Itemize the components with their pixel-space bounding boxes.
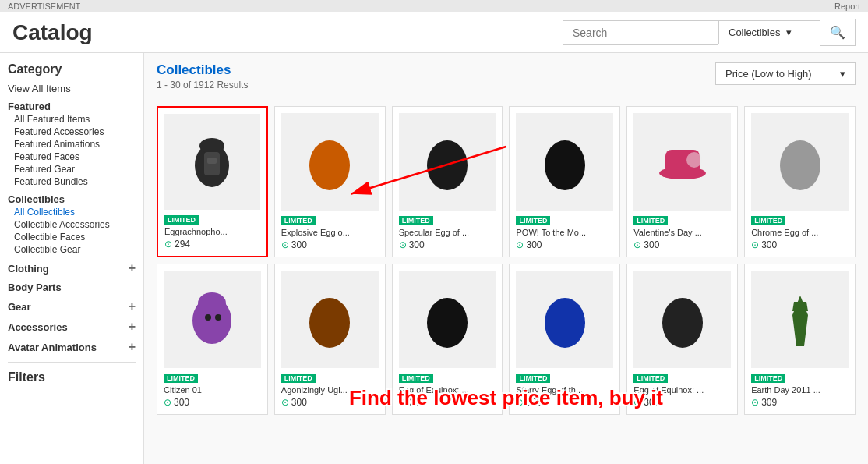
accessories-label: Accessories: [8, 321, 68, 333]
item-card[interactable]: LIMITED Eggrachnopho... ⊙ 294: [157, 106, 268, 257]
item-name: Agonizingly Ugl...: [281, 385, 379, 395]
body-parts-toggle[interactable]: Body Parts: [8, 282, 136, 293]
advertisement-label: ADVERTISEMENT: [8, 2, 80, 11]
collectibles-section-title: Collectibles: [8, 193, 136, 205]
robux-icon: ⊙: [399, 239, 407, 250]
price-value: 300: [409, 239, 425, 250]
item-card[interactable]: LIMITED POW! To the Mo... ⊙ 300: [509, 106, 620, 257]
item-card[interactable]: LIMITED Earth Day 2011 ... ⊙ 309: [744, 264, 856, 415]
robux-icon: ⊙: [164, 239, 172, 250]
svg-point-14: [198, 292, 226, 314]
sort-dropdown[interactable]: Price (Low to High) ▾: [715, 62, 856, 85]
sidebar: Category View All Items Featured All Fea…: [0, 53, 144, 464]
item-name: Valentine's Day ...: [633, 228, 731, 237]
item-image: [281, 113, 379, 211]
limited-badge: LIMITED: [751, 216, 785, 225]
body-parts-label: Body Parts: [8, 282, 62, 293]
svg-marker-22: [792, 302, 808, 311]
svg-rect-5: [207, 158, 217, 164]
price-value: 300: [174, 397, 189, 408]
limited-badge: LIMITED: [399, 216, 433, 225]
header: Catalog Collectibles ▾ 🔍: [0, 12, 868, 53]
robux-icon: ⊙: [281, 239, 289, 250]
price-value: 300: [644, 239, 659, 250]
result-count: 1 - 30 of 1912 Results: [157, 80, 248, 90]
sidebar-item-collectible-faces[interactable]: Collectible Faces: [8, 232, 136, 243]
item-price: ⊙ 300: [281, 239, 379, 250]
search-button[interactable]: 🔍: [820, 19, 856, 46]
limited-badge: LIMITED: [751, 374, 785, 383]
limited-badge: LIMITED: [399, 374, 433, 383]
item-image: [516, 113, 613, 211]
item-image: [751, 271, 849, 368]
robux-icon: ⊙: [516, 397, 524, 408]
robux-icon: ⊙: [164, 397, 171, 408]
item-card[interactable]: LIMITED Valentine's Day ... ⊙ 300: [626, 106, 738, 257]
search-icon: 🔍: [830, 26, 845, 39]
sort-label: Price (Low to High): [725, 68, 812, 80]
price-value: 300: [409, 397, 425, 408]
item-name: Explosive Egg o...: [281, 228, 379, 237]
catalog-title: Catalog: [12, 20, 93, 45]
item-card[interactable]: LIMITED Egg of Equinox: ... ⊙ 300: [626, 264, 738, 415]
svg-point-17: [309, 298, 350, 348]
items-grid-row2: LIMITED Citizen 01 ⊙ 300 LIMITED Agonizi…: [157, 264, 856, 415]
avatar-animations-expand-icon: +: [129, 340, 136, 354]
limited-badge: LIMITED: [633, 216, 668, 225]
robux-icon: ⊙: [751, 397, 759, 408]
items-grid-row1: LIMITED Eggrachnopho... ⊙ 294 LIMITED Ex…: [157, 106, 856, 257]
item-price: ⊙ 300: [516, 397, 613, 408]
item-image: [164, 114, 260, 210]
sidebar-item-collectible-gear[interactable]: Collectible Gear: [8, 244, 136, 255]
item-name: Chrome Egg of ...: [751, 228, 849, 237]
sidebar-item-featured-bundles[interactable]: Featured Bundles: [8, 176, 136, 187]
item-name: Earth Day 2011 ...: [751, 385, 849, 395]
limited-badge: LIMITED: [633, 374, 668, 383]
item-card[interactable]: LIMITED Starry Egg of th... ⊙ 300: [509, 264, 620, 415]
sidebar-item-all-featured[interactable]: All Featured Items: [8, 114, 136, 125]
accessories-toggle[interactable]: Accessories +: [8, 320, 136, 334]
item-price: ⊙ 294: [164, 239, 260, 250]
price-value: 300: [761, 239, 777, 250]
limited-badge: LIMITED: [164, 215, 199, 225]
item-card[interactable]: LIMITED Specular Egg of ... ⊙ 300: [392, 106, 503, 257]
category-dropdown[interactable]: Collectibles ▾: [718, 20, 820, 44]
item-image: [751, 113, 849, 211]
sidebar-item-featured-gear[interactable]: Featured Gear: [8, 164, 136, 175]
sidebar-item-collectible-accessories[interactable]: Collectible Accessories: [8, 219, 136, 230]
sidebar-item-all-collectibles[interactable]: All Collectibles: [8, 207, 136, 218]
report-link[interactable]: Report: [834, 2, 860, 11]
item-price: ⊙ 300: [633, 397, 731, 408]
item-card[interactable]: LIMITED Agonizingly Ugl... ⊙ 300: [274, 264, 386, 415]
item-card[interactable]: LIMITED Explosive Egg o... ⊙ 300: [274, 106, 386, 257]
item-card[interactable]: LIMITED Chrome Egg of ... ⊙ 300: [744, 106, 856, 257]
view-all-items-link[interactable]: View All Items: [8, 83, 136, 94]
sidebar-item-featured-faces[interactable]: Featured Faces: [8, 151, 136, 162]
sidebar-item-featured-accessories[interactable]: Featured Accessories: [8, 126, 136, 137]
search-input[interactable]: [563, 20, 718, 45]
sidebar-item-featured-animations[interactable]: Featured Animations: [8, 139, 136, 150]
item-price: ⊙ 300: [516, 239, 613, 250]
svg-point-20: [662, 298, 703, 348]
item-name: Specular Egg of ...: [399, 228, 496, 237]
robux-icon: ⊙: [751, 239, 759, 250]
price-value: 309: [761, 397, 777, 408]
gear-toggle[interactable]: Gear +: [8, 299, 136, 313]
svg-point-18: [427, 298, 468, 348]
limited-badge: LIMITED: [281, 374, 316, 383]
item-image: [516, 271, 613, 368]
item-name: POW! To the Mo...: [516, 228, 613, 237]
price-value: 300: [291, 397, 307, 408]
item-price: ⊙ 300: [751, 239, 849, 250]
category-heading: Category: [8, 62, 136, 76]
clothing-label: Clothing: [8, 263, 49, 275]
avatar-animations-toggle[interactable]: Avatar Animations +: [8, 340, 136, 354]
price-value: 294: [175, 239, 190, 250]
dropdown-value: Collectibles: [729, 27, 780, 38]
item-card[interactable]: LIMITED Citizen 01 ⊙ 300: [157, 264, 268, 415]
clothing-toggle[interactable]: Clothing +: [8, 261, 136, 275]
item-card[interactable]: LIMITED Egg of Equinox: ... ⊙ 300: [392, 264, 503, 415]
item-image: [399, 113, 496, 211]
price-value: 300: [291, 239, 307, 250]
sort-chevron-icon: ▾: [840, 68, 845, 80]
